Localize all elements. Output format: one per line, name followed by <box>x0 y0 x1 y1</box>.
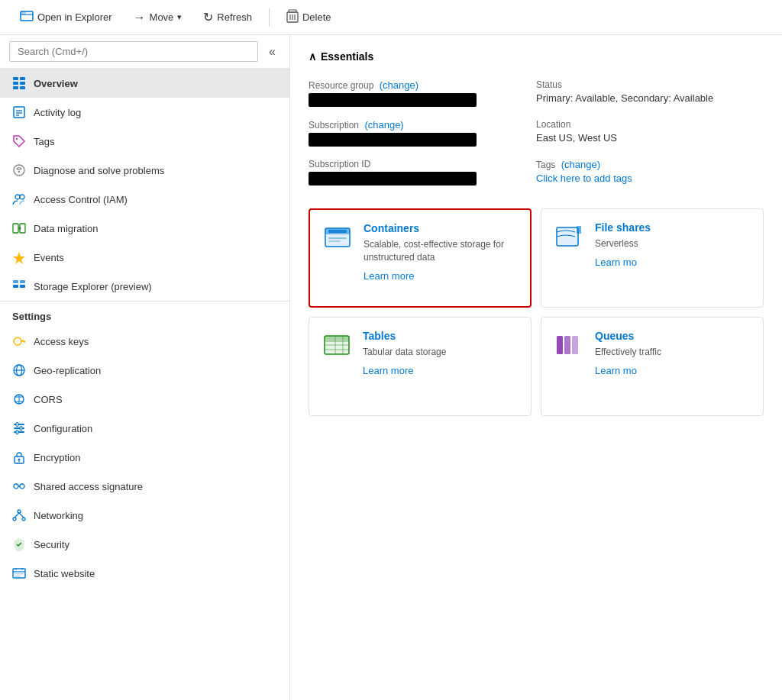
essentials-collapse-icon[interactable]: ∧ <box>309 50 316 63</box>
svg-rect-43 <box>14 427 24 429</box>
sidebar-item-cors[interactable]: CORS <box>0 385 289 414</box>
sidebar-item-events[interactable]: Events <box>0 243 289 272</box>
sidebar-item-security[interactable]: Security <box>0 530 289 559</box>
sidebar-item-iam[interactable]: Access Control (IAM) <box>0 185 289 214</box>
sidebar-security-label: Security <box>34 539 69 550</box>
main-layout: « Overview <box>0 35 782 700</box>
toolbar-separator <box>269 8 270 27</box>
open-explorer-button[interactable]: Open in Explorer <box>12 5 120 31</box>
sidebar-migration-label: Data migration <box>34 223 99 234</box>
sidebar-iam-label: Access Control (IAM) <box>34 194 128 205</box>
sidebar-item-storage-explorer[interactable]: Storage Explorer (preview) <box>0 272 289 301</box>
events-icon <box>12 250 26 264</box>
svg-rect-80 <box>572 336 578 354</box>
subscription-id-value <box>309 172 477 185</box>
sas-icon <box>12 479 26 493</box>
networking-icon <box>12 508 26 522</box>
svg-rect-63 <box>15 573 24 575</box>
queues-card-inner: Queues Effectively traffic Learn mo <box>554 330 751 376</box>
move-button[interactable]: → Move ▾ <box>126 6 190 29</box>
queues-card[interactable]: Queues Effectively traffic Learn mo <box>541 317 764 416</box>
search-input[interactable] <box>9 41 258 62</box>
essentials-header: ∧ Essentials <box>309 50 764 63</box>
subscription-label: Subscription (change) <box>309 119 518 131</box>
svg-rect-78 <box>557 336 563 354</box>
svg-marker-26 <box>13 252 25 264</box>
svg-point-52 <box>20 484 24 489</box>
tags-add-link[interactable]: Click here to add tags <box>536 173 764 184</box>
sidebar-events-label: Events <box>34 252 64 263</box>
delete-button[interactable]: Delete <box>279 5 339 31</box>
containers-card-icon <box>322 222 353 253</box>
file-shares-card-icon <box>554 221 584 252</box>
svg-rect-61 <box>15 568 17 570</box>
svg-rect-42 <box>14 424 24 425</box>
sidebar-item-sas[interactable]: Shared access signature <box>0 472 289 501</box>
svg-point-51 <box>14 484 18 489</box>
file-shares-card[interactable]: File shares Serverless Learn mo <box>541 208 764 308</box>
svg-rect-23 <box>13 224 18 233</box>
tables-learn-more[interactable]: Learn more <box>363 365 413 376</box>
svg-point-49 <box>18 459 21 461</box>
essentials-status: Status Primary: Available, Secondary: Av… <box>536 75 764 115</box>
sidebar-item-networking[interactable]: Networking <box>0 501 289 530</box>
sidebar-item-overview[interactable]: Overview <box>0 69 289 98</box>
containers-card-title: Containers <box>364 222 518 234</box>
sidebar: « Overview <box>0 35 290 700</box>
sidebar-item-migration[interactable]: Data migration <box>0 214 289 243</box>
sidebar-config-label: Configuration <box>34 423 92 434</box>
service-cards-grid: Containers Scalable, cost-effective stor… <box>309 208 764 416</box>
sidebar-item-geo[interactable]: Geo-replication <box>0 356 289 385</box>
security-icon <box>12 537 26 551</box>
resource-group-value <box>309 93 477 107</box>
settings-section-header: Settings <box>0 301 289 327</box>
tables-card[interactable]: Tables Tabular data storage Learn more <box>309 317 532 416</box>
tables-card-desc: Tabular data storage <box>363 346 446 359</box>
config-icon <box>12 421 26 435</box>
sidebar-item-encryption[interactable]: Encryption <box>0 443 289 472</box>
svg-point-21 <box>15 195 20 199</box>
svg-rect-14 <box>14 107 24 118</box>
search-bar: « <box>0 35 289 69</box>
svg-rect-62 <box>21 568 23 570</box>
file-shares-learn-more[interactable]: Learn mo <box>595 256 637 268</box>
sidebar-item-tags[interactable]: Tags <box>0 127 289 156</box>
subscription-change[interactable]: (change) <box>364 119 403 131</box>
sidebar-item-static-website[interactable]: Static website <box>0 559 289 588</box>
sidebar-diagnose-label: Diagnose and solve problems <box>34 165 164 176</box>
collapse-sidebar-button[interactable]: « <box>264 42 280 62</box>
storage-explorer-icon <box>12 279 26 293</box>
svg-rect-30 <box>20 285 25 288</box>
svg-rect-71 <box>577 226 581 234</box>
sidebar-item-activity-log[interactable]: Activity log <box>0 98 289 127</box>
containers-learn-more[interactable]: Learn more <box>364 270 414 282</box>
essentials-subscription-id: Subscription ID <box>309 154 536 193</box>
status-label: Status <box>536 79 745 90</box>
sidebar-access-keys-label: Access keys <box>34 336 89 347</box>
queues-learn-more[interactable]: Learn mo <box>595 365 637 376</box>
queues-card-icon <box>554 330 584 360</box>
iam-icon <box>12 192 26 206</box>
sidebar-item-configuration[interactable]: Configuration <box>0 414 289 443</box>
queues-card-title: Queues <box>595 330 661 342</box>
svg-rect-47 <box>16 431 18 434</box>
file-shares-card-body: File shares Serverless Learn mo <box>595 221 651 268</box>
containers-card[interactable]: Containers Scalable, cost-effective stor… <box>309 208 532 308</box>
refresh-button[interactable]: ↻ Refresh <box>196 5 260 29</box>
resource-group-change[interactable]: (change) <box>380 79 418 91</box>
essentials-resource-group: Resource group (change) <box>309 75 536 115</box>
tags-change[interactable]: (change) <box>561 159 600 170</box>
svg-rect-67 <box>328 230 347 233</box>
svg-point-55 <box>13 518 16 521</box>
queues-card-desc: Effectively traffic <box>595 346 661 359</box>
svg-point-56 <box>22 518 25 521</box>
tags-label: Tags (change) <box>536 159 764 170</box>
encryption-icon <box>12 450 26 464</box>
sidebar-encryption-label: Encryption <box>34 452 80 463</box>
tags-icon <box>12 134 26 148</box>
svg-rect-73 <box>325 336 349 342</box>
sidebar-item-diagnose[interactable]: Diagnose and solve problems <box>0 156 289 185</box>
sidebar-item-access-keys[interactable]: Access keys <box>0 327 289 356</box>
refresh-label: Refresh <box>217 11 252 23</box>
containers-card-body: Containers Scalable, cost-effective stor… <box>364 222 518 282</box>
